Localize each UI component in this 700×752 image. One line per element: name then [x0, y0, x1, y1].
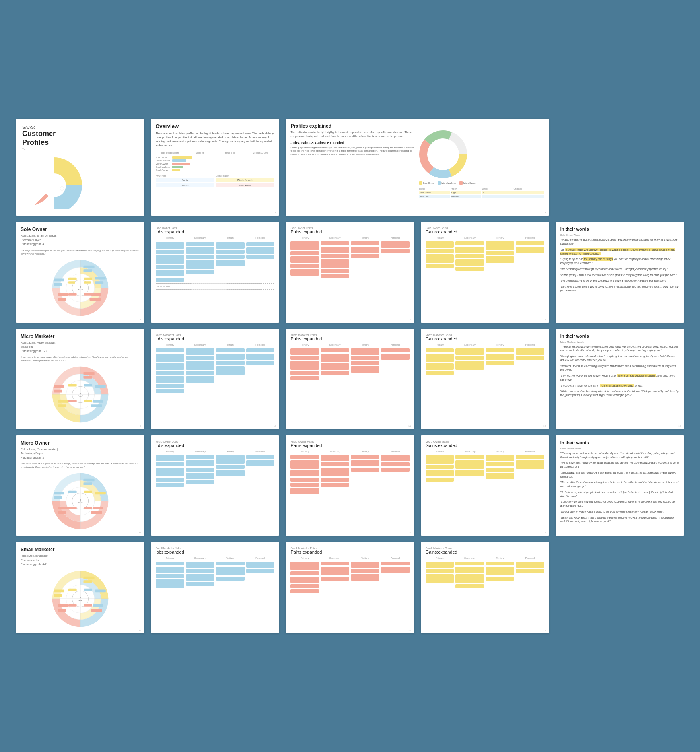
mo-gp1	[426, 455, 454, 464]
sm-jobs-title: jobs:expanded	[156, 550, 274, 554]
ov-bar-1	[172, 156, 192, 159]
sm-g-col-2: Secondary	[455, 557, 484, 559]
mo-pp4	[290, 478, 319, 482]
tr2-c3: 3	[482, 195, 513, 198]
sole-owner-jobs-cols	[156, 242, 274, 282]
micro-marketer-quote: "I am happy to let great do excellent gr…	[21, 356, 140, 362]
sm-ps1	[321, 562, 349, 565]
mo-quote-2: "We all have been made by my ability so …	[560, 461, 679, 469]
profiles-legend: Sole Owner Micro Marketer Micro Owner	[419, 181, 544, 185]
mm-g-primary	[426, 348, 454, 375]
mo-words-title: In their words	[560, 440, 679, 445]
pains-col-tertiary	[351, 241, 379, 278]
sm-gains-cols	[426, 562, 544, 588]
sole-owner-quote: "I'd keep control/visibility of as we ca…	[21, 249, 140, 256]
gain-s2	[455, 247, 484, 253]
sm-pp4	[290, 584, 319, 588]
mm-quote-1: "The impression [was] we can have some c…	[560, 345, 679, 353]
svg-rect-74	[95, 589, 105, 592]
profiles-jobs-desc: On the pages following the overview you …	[290, 146, 416, 156]
sm-g-col-1: Primary	[426, 557, 455, 559]
pain-per1	[381, 241, 410, 248]
sm-pper2	[381, 567, 410, 573]
sm-p-col-4: Personal	[381, 557, 410, 559]
job-p1	[156, 242, 184, 249]
mm-jper3	[246, 361, 275, 365]
mo-jp1	[156, 455, 184, 461]
mm-jper1	[246, 348, 275, 352]
mm-jper2	[246, 354, 275, 360]
profiles-jobs-title: Jobs, Pains & Gains: Expanded	[290, 141, 416, 145]
mm-p-secondary	[321, 348, 349, 380]
so-quote-4: "We personally come through my product a…	[560, 267, 679, 271]
micro-owner-meta: Roles: Liam, [Decision maker] Technology…	[21, 447, 140, 460]
svg-rect-34	[83, 372, 94, 375]
stat-medium: Medium 20-200	[246, 152, 275, 154]
pains-col-4: Personal	[381, 237, 410, 239]
ov-row-3: Micro Owner	[156, 163, 274, 165]
sole-owner-pains-header: Sole Owner Pains Pains:expanded	[290, 227, 409, 234]
mm-gt3	[486, 361, 514, 365]
sm-jobs-header: Small Marketer Jobs jobs:expanded	[156, 547, 274, 554]
sm-js3	[186, 574, 214, 581]
gain-t2	[486, 251, 514, 255]
mm-ps4	[321, 371, 349, 375]
pains-col-personal	[381, 241, 410, 278]
mm-g-col-3: Tertiary	[486, 344, 515, 346]
job-t3	[216, 255, 245, 259]
sm-gs2	[455, 567, 484, 573]
mo-p-personal	[381, 455, 410, 494]
sm-gains-headers: Primary Secondary Tertiary Personal	[426, 557, 544, 560]
mm-jp1	[156, 348, 184, 352]
sm-gs4	[455, 584, 484, 588]
gain-s5	[455, 267, 484, 271]
so-quote-3: "Trying to figure out the primary role o…	[560, 257, 679, 265]
tr1-c2: High	[451, 191, 481, 194]
pain-t1	[351, 241, 379, 245]
pain-p5	[290, 269, 319, 276]
sm-g-tertiary	[486, 562, 514, 588]
svg-rect-57	[91, 511, 102, 514]
svg-rect-19	[58, 298, 66, 301]
sm-gp3	[426, 574, 454, 583]
sm-j-personal	[246, 562, 275, 588]
profiles-chart	[419, 130, 467, 178]
mo-pt1	[351, 455, 379, 459]
sm-j-col-4: Personal	[246, 557, 275, 559]
svg-rect-40	[58, 404, 66, 407]
mm-g-tertiary	[486, 348, 514, 375]
jobs-col-tertiary	[216, 242, 245, 282]
sm-j-secondary	[186, 562, 214, 588]
micro-owner-quote: "We need more of everyone to be in the d…	[21, 462, 140, 469]
mm-gains-title: Gains:expanded	[426, 336, 544, 341]
so-quote-7: "Do I keep a log of where you're going t…	[560, 285, 679, 293]
ov-bar-5	[172, 169, 180, 171]
sole-owner-gains-label: Sole Owner Gains	[426, 227, 544, 229]
mm-jobs-title: jobs:expanded	[156, 336, 274, 341]
job-per2	[246, 247, 275, 254]
sole-owner-pains-cols	[290, 241, 409, 278]
tr2-c4: 1	[513, 195, 544, 198]
gain-p4	[426, 264, 454, 268]
mo-js2	[186, 460, 214, 466]
mo-j-col-1: Primary	[156, 450, 185, 453]
sm-p-col-2: Secondary	[321, 557, 350, 559]
mo-quote-8: "Really all I know about it that's there…	[560, 516, 679, 524]
ov-row-2: Micro Marketer	[156, 159, 274, 162]
svg-rect-38	[91, 404, 102, 407]
svg-rect-73	[83, 580, 92, 583]
sm-jobs-label: Small Marketer Jobs	[156, 547, 274, 550]
pains-col-2: Secondary	[321, 237, 350, 239]
svg-rect-72	[83, 577, 94, 579]
sole-owner-pains-title: Pains:expanded	[290, 229, 409, 234]
sm-gains-header: Small Marketer Gains Gains:expanded	[426, 547, 544, 554]
svg-rect-78	[58, 609, 66, 612]
micro-owner-wheel	[21, 471, 140, 531]
ov-label-3: Micro Owner	[156, 163, 171, 165]
sm-pt3	[351, 574, 379, 581]
svg-rect-23	[84, 281, 91, 284]
svg-rect-58	[58, 507, 68, 509]
legend-item-3: Micro Owner	[459, 181, 476, 185]
svg-rect-54	[83, 482, 92, 485]
mo-pper1	[381, 455, 410, 461]
